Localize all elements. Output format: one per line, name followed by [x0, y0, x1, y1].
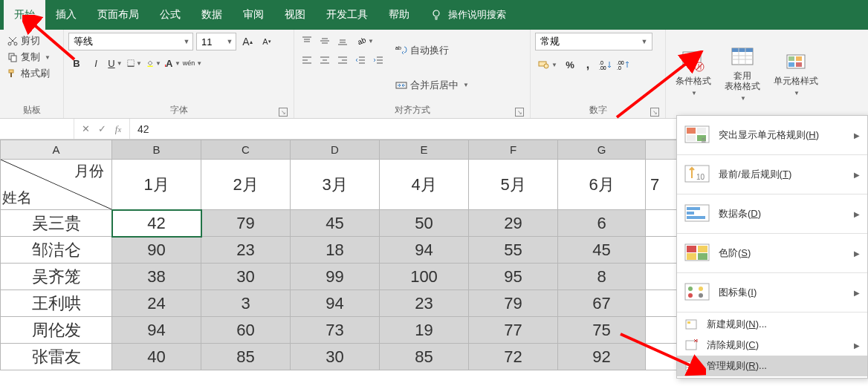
column-header-f[interactable]: F — [469, 140, 558, 160]
align-middle-button[interactable] — [317, 33, 333, 49]
tab-layout[interactable]: 页面布局 — [87, 0, 149, 30]
cell[interactable]: 55 — [469, 237, 558, 264]
font-size-combo[interactable]: ▼ — [196, 33, 236, 50]
tab-review[interactable]: 审阅 — [233, 0, 274, 30]
cell[interactable]: 50 — [380, 210, 469, 237]
icon-sets-item[interactable]: 图标集(I) ▶ — [677, 275, 867, 310]
name-cell[interactable]: 邹洁仑 — [1, 237, 112, 264]
chevron-down-icon[interactable]: ▼ — [181, 38, 192, 45]
italic-button[interactable]: I — [88, 55, 104, 71]
name-box[interactable] — [0, 119, 74, 139]
percent-button[interactable]: % — [562, 56, 578, 73]
copy-button[interactable]: 复制▼ — [7, 50, 51, 64]
cell[interactable]: 79 — [201, 210, 291, 237]
cell[interactable]: 38 — [112, 264, 201, 290]
cell[interactable]: 92 — [558, 344, 646, 370]
cell[interactable]: 100 — [380, 264, 469, 290]
align-center-button[interactable] — [317, 52, 333, 68]
cell[interactable]: 1月 — [112, 160, 201, 210]
cell[interactable]: 99 — [291, 264, 380, 290]
font-launcher[interactable]: ↘ — [279, 108, 288, 117]
wrap-text-button[interactable]: ab 自动换行 — [395, 44, 469, 57]
fill-color-button[interactable]: ▼ — [146, 55, 162, 71]
merge-center-button[interactable]: 合并后居中▼ — [395, 79, 469, 92]
manage-rules-item[interactable]: 管理规则(R)... — [677, 356, 867, 376]
align-bottom-button[interactable] — [334, 33, 351, 49]
cell[interactable]: 18 — [291, 237, 380, 264]
cell[interactable]: 29 — [469, 210, 558, 237]
cell[interactable]: 73 — [291, 317, 380, 344]
name-cell[interactable]: 吴三贵 — [1, 210, 112, 237]
cell[interactable]: 6月 — [558, 160, 646, 210]
cell[interactable]: 94 — [291, 290, 380, 317]
cell[interactable]: 3月 — [291, 160, 380, 210]
cell[interactable]: 60 — [201, 317, 291, 344]
tab-developer[interactable]: 开发工具 — [316, 0, 378, 30]
increase-decimal-button[interactable]: .0.00 — [597, 56, 614, 73]
number-format-combo[interactable]: ▼ — [535, 33, 652, 50]
number-format-input[interactable] — [536, 36, 638, 48]
font-size-input[interactable] — [197, 36, 224, 48]
top-bottom-rules-item[interactable]: 10 最前/最后规则(T) ▶ — [677, 157, 867, 192]
cell[interactable]: 2月 — [201, 160, 291, 210]
underline-button[interactable]: U▼ — [107, 55, 123, 71]
cell[interactable]: 23 — [201, 237, 291, 264]
diagonal-header-cell[interactable]: 月份 姓名 — [1, 160, 112, 210]
clear-rules-item[interactable]: 清除规则(C) ▶ — [677, 335, 867, 356]
align-right-button[interactable] — [334, 52, 351, 68]
cell[interactable]: 90 — [112, 237, 201, 264]
align-launcher[interactable]: ↘ — [515, 108, 524, 117]
orientation-button[interactable]: ab▼ — [352, 33, 378, 49]
cell[interactable]: 72 — [469, 344, 558, 370]
cell[interactable]: 30 — [291, 344, 380, 370]
cut-button[interactable]: 剪切 — [7, 34, 51, 48]
tab-view[interactable]: 视图 — [274, 0, 316, 30]
format-painter-button[interactable]: 格式刷 — [7, 67, 51, 80]
cancel-formula-button[interactable]: ✕ — [77, 119, 94, 139]
cell[interactable]: 67 — [558, 290, 646, 317]
font-color-button[interactable]: A▼ — [165, 55, 181, 71]
column-header-g[interactable]: G — [558, 140, 646, 160]
cell[interactable]: 3 — [201, 290, 291, 317]
cell[interactable]: 77 — [469, 317, 558, 344]
highlight-cells-rules-item[interactable]: ≦ 突出显示单元格规则(H) ▶ — [677, 117, 867, 153]
number-launcher[interactable]: ↘ — [650, 108, 659, 117]
cell[interactable]: 94 — [112, 317, 201, 344]
cell[interactable]: 85 — [201, 344, 291, 370]
column-header-b[interactable]: B — [112, 140, 201, 160]
cell[interactable]: 19 — [380, 317, 469, 344]
tab-formulas[interactable]: 公式 — [149, 0, 191, 30]
name-cell[interactable]: 周伦发 — [1, 317, 112, 344]
tab-home[interactable]: 开始 — [4, 0, 45, 30]
increase-font-button[interactable]: A▴ — [239, 33, 256, 50]
color-scales-item[interactable]: 色阶(S) ▶ — [677, 235, 867, 271]
decrease-decimal-button[interactable]: .00.0 — [615, 56, 632, 73]
increase-indent-button[interactable] — [370, 52, 386, 68]
decrease-indent-button[interactable] — [352, 52, 369, 68]
cell[interactable]: 4月 — [380, 160, 469, 210]
align-top-button[interactable] — [299, 33, 315, 49]
font-name-input[interactable] — [69, 36, 181, 48]
enter-formula-button[interactable]: ✓ — [94, 119, 110, 139]
borders-button[interactable]: ▼ — [126, 55, 143, 71]
cell[interactable]: 23 — [380, 290, 469, 317]
cell[interactable]: 79 — [469, 290, 558, 317]
data-bars-item[interactable]: 数据条(D) ▶ — [677, 196, 867, 232]
conditional-formatting-button[interactable]: 条件格式▼ — [670, 33, 716, 115]
cell[interactable]: 24 — [112, 290, 201, 317]
cell[interactable]: 75 — [558, 317, 646, 344]
phonetic-button[interactable]: wén▼ — [184, 55, 201, 71]
font-name-combo[interactable]: ▼ — [68, 33, 193, 50]
tell-me[interactable]: 操作说明搜索 — [420, 0, 506, 30]
tab-data[interactable]: 数据 — [191, 0, 233, 30]
column-header-d[interactable]: D — [291, 140, 380, 160]
name-cell[interactable]: 吴齐笼 — [1, 264, 112, 290]
name-cell[interactable]: 王利哄 — [1, 290, 112, 317]
column-header-e[interactable]: E — [380, 140, 469, 160]
cell[interactable]: 45 — [558, 237, 646, 264]
insert-function-button[interactable]: fx — [110, 119, 126, 139]
cell[interactable]: 42 — [112, 210, 201, 237]
cell[interactable]: 94 — [380, 237, 469, 264]
chevron-down-icon[interactable]: ▼ — [224, 38, 236, 45]
tab-insert[interactable]: 插入 — [45, 0, 87, 30]
